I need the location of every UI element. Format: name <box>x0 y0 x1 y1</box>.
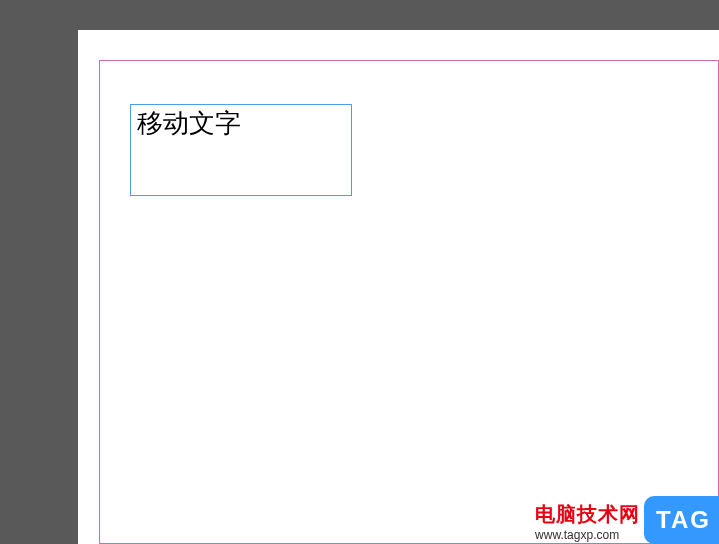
watermark-text-group: 电脑技术网 www.tagxp.com <box>535 501 640 542</box>
watermark: 电脑技术网 www.tagxp.com TAG <box>535 496 719 544</box>
tag-badge: TAG <box>644 496 719 544</box>
watermark-title: 电脑技术网 <box>535 501 640 528</box>
text-frame[interactable]: 移动文字 <box>130 104 352 196</box>
text-frame-content[interactable]: 移动文字 <box>137 107 345 141</box>
document-page[interactable]: 移动文字 <box>78 30 719 544</box>
watermark-url: www.tagxp.com <box>535 528 619 542</box>
